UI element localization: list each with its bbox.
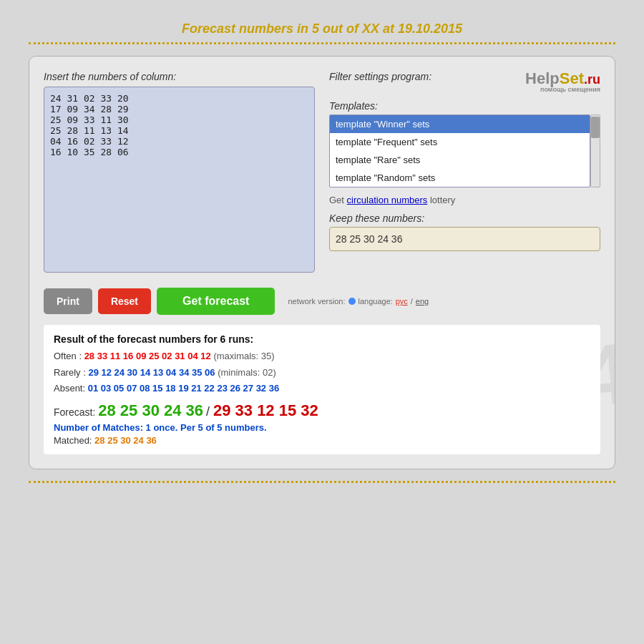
templates-scrollbar[interactable] (590, 114, 600, 187)
filter-settings-label: Filter settings program: (329, 71, 431, 82)
often-maximal: (maximals: 35) (213, 351, 274, 361)
templates-section: Templates: template "Winner" sets templa… (329, 100, 600, 187)
circulation-row: Get circulation numbers lottery (329, 195, 600, 205)
results-section: Result of the forecast numbers for 6 run… (44, 325, 600, 454)
absent-line: Absent: 01 03 05 07 08 15 18 19 21 22 23… (54, 381, 590, 396)
rarely-label: Rarely : (54, 367, 88, 378)
get-forecast-button[interactable]: Get forecast (157, 288, 275, 315)
circulation-suffix: lottery (430, 195, 455, 205)
left-panel: Insert the numbers of column: (44, 71, 315, 275)
logo-ru: .ru (584, 73, 600, 86)
often-nums: 28 33 11 16 09 25 02 31 04 12 (84, 351, 211, 361)
right-panel: Filter settings program: HelpSet.ru помо… (329, 71, 600, 275)
forecast-line: Forecast: 28 25 30 24 36 / 29 33 12 15 3… (54, 401, 590, 420)
reset-button[interactable]: Reset (98, 288, 151, 314)
rarely-nums: 29 12 24 30 14 13 04 34 35 06 (88, 367, 215, 378)
lang-separator: / (411, 297, 413, 306)
lang-rus-link[interactable]: рус (396, 297, 408, 306)
helpset-logo: HelpSet.ru помощь смещения (525, 71, 600, 93)
print-button[interactable]: Print (44, 288, 92, 314)
matched-label: Matched: (54, 435, 94, 446)
often-label: Often : (54, 351, 84, 361)
templates-label: Templates: (329, 100, 600, 112)
forecast-separator: / (206, 404, 213, 419)
keep-section: Keep these numbers: (329, 213, 600, 251)
rarely-line: Rarely : 29 12 24 30 14 13 04 34 35 06 (… (54, 366, 590, 380)
buttons-row: Print Reset Get forecast network version… (44, 288, 600, 315)
circulation-text: Get (329, 195, 344, 205)
result-title: Result of the forecast numbers for 6 run… (54, 333, 590, 345)
right-top: Filter settings program: HelpSet.ru помо… (329, 71, 600, 93)
forecast-label: Forecast: (54, 406, 98, 418)
forecast-red-nums: 29 33 12 15 32 (213, 401, 318, 419)
numbers-input[interactable] (44, 87, 315, 273)
forecast-green-nums: 28 25 30 24 36 (98, 401, 203, 419)
keep-label: Keep these numbers: (329, 213, 600, 224)
top-separator (29, 42, 615, 44)
template-item-winner[interactable]: template "Winner" sets (330, 115, 590, 133)
logo-help: Help (525, 71, 560, 87)
network-info: network version: language: рус / eng (288, 297, 429, 306)
matched-line: Matched: 28 25 30 24 36 (54, 435, 590, 446)
logo-set: Set (560, 71, 584, 87)
main-card: 24 Insert the numbers of column: Filter … (29, 56, 615, 469)
rarely-minimal: (minimals: 02) (218, 367, 276, 378)
network-dot (348, 298, 356, 305)
absent-nums: 01 03 05 07 08 15 18 19 21 22 23 26 27 3… (88, 383, 279, 394)
insert-numbers-label: Insert the numbers of column: (44, 71, 315, 82)
language-label: language: (358, 297, 393, 306)
circulation-link[interactable]: circulation numbers (347, 195, 428, 205)
absent-label: Absent: (54, 383, 88, 394)
template-item-rare[interactable]: template "Rare" sets (330, 151, 590, 169)
scrollbar-thumb (591, 117, 600, 138)
template-item-random[interactable]: template "Random" sets (330, 169, 590, 187)
keep-input[interactable] (329, 227, 600, 251)
templates-list-wrapper: template "Winner" sets template "Frequen… (329, 114, 600, 187)
logo-subtitle: помощь смещения (540, 87, 600, 93)
page-title: Forecast numbers in 5 out of XX at 19.10… (182, 21, 462, 36)
template-item-frequent[interactable]: template "Frequent" sets (330, 133, 590, 151)
often-line: Often : 28 33 11 16 09 25 02 31 04 12 (m… (54, 349, 590, 364)
network-label: network version: (288, 297, 345, 306)
card-top: Insert the numbers of column: Filter set… (44, 71, 600, 275)
templates-list: template "Winner" sets template "Frequen… (329, 114, 590, 187)
matches-line: Number of Matches: 1 once. Per 5 of 5 nu… (54, 422, 590, 433)
matched-nums: 28 25 30 24 36 (94, 435, 157, 446)
lang-eng-link[interactable]: eng (416, 297, 429, 306)
bottom-separator (29, 481, 615, 483)
